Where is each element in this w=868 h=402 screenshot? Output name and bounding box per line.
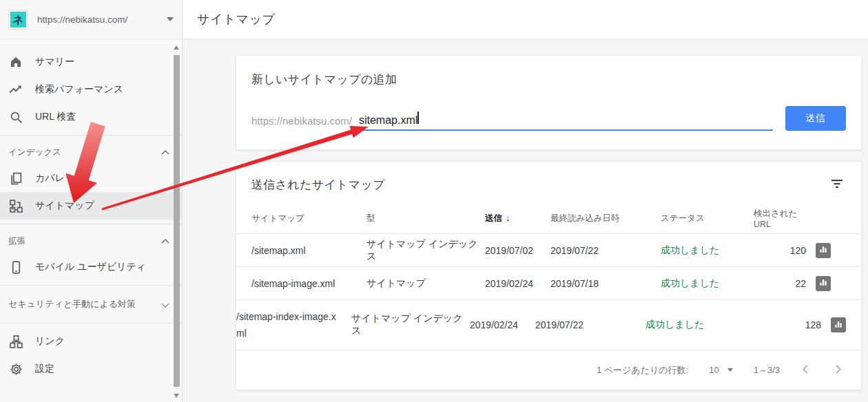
text-cursor [417,112,419,124]
section-label: インデックス [8,147,61,158]
divider [0,224,182,224]
property-selector[interactable]: ネ https://nebikatsu.com/ [0,0,182,39]
cell-type: サイトマップ インデックス [351,313,470,337]
sidebar-item-summary[interactable]: サマリー [0,48,182,76]
cell-discovered-urls: 22 [754,278,816,289]
trending-up-icon [9,83,23,96]
scroll-up-icon[interactable] [174,45,179,50]
view-stats-button[interactable] [816,243,831,258]
cell-submitted: 2019/02/24 [470,319,535,330]
cell-last-read: 2019/07/22 [550,245,661,256]
sidebar-item-label: カバレッジ [35,172,85,184]
col-header-type[interactable]: 型 [366,213,485,224]
view-stats-button[interactable] [831,317,846,332]
sidebar-section-security[interactable]: セキュリティと手動による対策 [0,290,182,319]
cell-type: サイトマップ [366,277,485,290]
table-row[interactable]: /sitemap.xml サイトマップ インデックス 2019/07/02 20… [236,234,861,267]
page-title: サイトマップ [197,11,276,28]
divider [0,135,182,136]
table-row[interactable]: /sitemap-image.xml サイトマップ 2019/02/24 201… [236,267,861,300]
sidebar-item-mobile-usability[interactable]: モバイル ユーザビリティ [0,253,182,281]
sidebar-item-settings[interactable]: 設定 [0,355,182,383]
sidebar-item-label: リンク [35,335,65,348]
sidebar-item-url-inspection[interactable]: URL 検査 [0,103,182,131]
rows-per-page-value: 10 [709,365,719,375]
cell-status: 成功しました [661,244,754,257]
table-row[interactable]: /sitemap-index-image.xml サイトマップ インデックス 2… [236,300,861,350]
main-content: サイトマップ 新しいサイトマップの追加 https://nebikatsu.co… [183,0,868,402]
cell-submitted: 2019/07/02 [485,245,550,256]
sitemap-input-value: sitemap.xml [359,114,417,127]
home-icon [9,55,23,69]
table-pagination: 1 ページあたりの行数: 10 1～3/3 [236,350,861,390]
cell-last-read: 2019/07/18 [550,278,661,289]
property-url: https://nebikatsu.com/ [37,14,158,25]
sidebar-item-sitemaps[interactable]: サイトマップ [0,192,182,220]
cell-sitemap-path: /sitemap-index-image.xml [236,308,351,341]
links-tree-icon [9,335,23,348]
col-header-status[interactable]: ステータス [661,213,754,224]
section-label: 拡張 [8,235,25,247]
gear-icon [9,362,23,376]
col-header-sitemap[interactable]: サイトマップ [251,213,366,224]
col-header-submitted[interactable]: 送信 ↓ [485,213,550,224]
scrollbar-thumb[interactable] [174,55,180,387]
site-favicon: ネ [8,10,28,30]
search-icon [9,110,23,124]
section-label: セキュリティと手動による対策 [8,298,136,310]
chevron-up-icon [161,147,169,157]
chevron-down-icon [161,299,169,310]
site-favicon-glyph: ネ [10,12,26,28]
sidebar-scrollbar[interactable] [172,40,181,402]
sidebar-item-coverage[interactable]: カバレッジ [0,165,182,192]
sidebar-section-enhancements[interactable]: 拡張 [0,229,182,253]
sitemap-tree-icon [9,199,23,213]
page-header: サイトマップ [183,0,868,39]
sidebar-item-label: モバイル ユーザビリティ [35,261,146,273]
sidebar-item-label: サイトマップ [35,200,94,212]
bar-chart-icon [834,319,843,331]
sidebar: ネ https://nebikatsu.com/ サマリー 検索パフォーマンス … [0,0,183,402]
filter-list-icon [831,180,843,191]
view-stats-button[interactable] [816,276,831,291]
col-header-discovered-urls[interactable]: 検出された URL [754,208,816,229]
sitemap-input-prefix: https://nebikatsu.com/ [251,115,352,131]
add-sitemap-card: 新しいサイトマップの追加 https://nebikatsu.com/ site… [236,55,862,150]
sidebar-item-performance[interactable]: 検索パフォーマンス [0,76,182,103]
cell-type: サイトマップ インデックス [366,238,485,263]
sidebar-section-index[interactable]: インデックス [0,140,182,165]
divider [0,323,182,324]
sitemap-input[interactable]: sitemap.xml [358,110,773,131]
add-card-title: 新しいサイトマップの追加 [251,72,846,87]
filter-button[interactable] [828,176,846,193]
main-body: 新しいサイトマップの追加 https://nebikatsu.com/ site… [183,39,868,402]
sidebar-nav: サマリー 検索パフォーマンス URL 検査 インデックス カバレッジ [0,39,182,383]
mobile-icon [9,260,23,274]
sidebar-item-label: 検索パフォーマンス [35,83,123,96]
cell-submitted: 2019/02/24 [485,278,550,289]
rows-per-page-label: 1 ページあたりの行数: [597,364,688,377]
divider [0,285,182,286]
property-dropdown-icon [167,17,174,21]
pagination-range: 1～3/3 [754,364,780,377]
submitted-sitemaps-card: 送信されたサイトマップ サイトマップ 型 送信 ↓ 最終読み込み日時 ステータス… [236,161,862,390]
chevron-up-icon [161,236,169,246]
submit-button[interactable]: 送信 [785,106,846,131]
cell-sitemap-path: /sitemap-image.xml [251,275,366,292]
cell-sitemap-path: /sitemap.xml [251,242,366,259]
next-page-button[interactable] [834,363,843,377]
bar-chart-icon [818,277,828,289]
rows-per-page-select[interactable]: 10 [709,365,732,375]
col-header-last-read[interactable]: 最終読み込み日時 [550,213,661,224]
prev-page-button[interactable] [800,363,810,377]
sidebar-item-label: サマリー [35,56,74,68]
cell-last-read: 2019/07/22 [535,319,645,330]
sidebar-item-label: 設定 [35,363,54,375]
bar-chart-icon [818,244,828,256]
sort-desc-icon: ↓ [506,213,510,223]
cell-status: 成功しました [661,277,754,290]
sidebar-item-links[interactable]: リンク [0,328,182,355]
scroll-down-icon[interactable] [174,394,179,398]
caret-down-icon [727,368,733,372]
cell-discovered-urls: 128 [738,319,831,330]
